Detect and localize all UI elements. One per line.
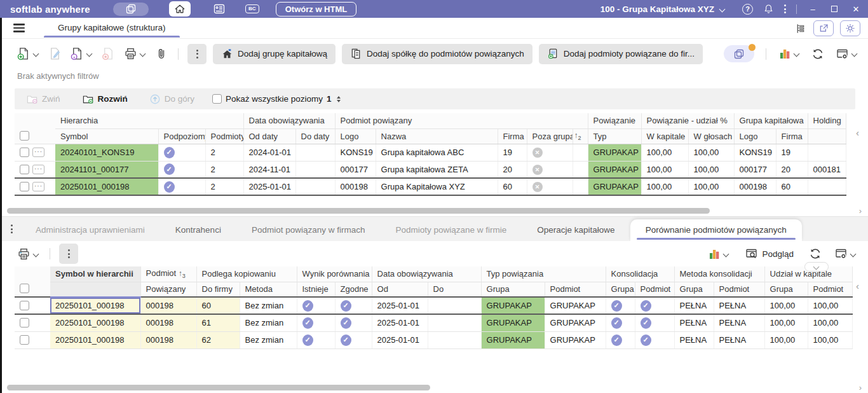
- levels-stepper[interactable]: [337, 96, 341, 102]
- row-checkbox[interactable]: [20, 318, 29, 328]
- table-row-selected[interactable]: 20250101_000198 000198 60 Bez zmian 2025…: [15, 297, 852, 314]
- scroll-right-icon[interactable]: ›: [859, 383, 862, 392]
- col-group-powiazanie[interactable]: Powiązanie: [588, 113, 641, 128]
- views-button[interactable]: [724, 45, 754, 62]
- col-gk-firma[interactable]: Firma: [776, 128, 808, 144]
- refresh-button[interactable]: [808, 246, 823, 261]
- attachments-button[interactable]: [154, 46, 169, 62]
- collapse-button[interactable]: Zwiń: [22, 93, 64, 105]
- help-button[interactable]: [742, 4, 753, 15]
- col-od[interactable]: Od: [372, 282, 428, 297]
- topbar-menu-button[interactable]: [784, 4, 786, 13]
- col-symbol-sub[interactable]: [50, 282, 140, 297]
- tab-porownanie-podmiotow[interactable]: Porównanie podmiotów powiązanych: [630, 219, 802, 241]
- chart-button[interactable]: [707, 247, 731, 261]
- window-close-button[interactable]: [850, 4, 862, 14]
- add-related-entities-button[interactable]: Dodaj podmioty powiązane do fir...: [539, 44, 703, 64]
- chart-button[interactable]: [778, 46, 801, 61]
- col-symbol[interactable]: Symbol: [55, 128, 158, 144]
- tab-podmioty-powiazane-w-firmie[interactable]: Podmioty powiązane w firmie: [380, 219, 522, 241]
- edit-record-button[interactable]: [47, 46, 63, 62]
- open-in-html-button[interactable]: Otwórz w HTML: [276, 2, 357, 17]
- add-company-button[interactable]: Dodaj spółkę do podmiotów powiązanych: [342, 44, 532, 64]
- table-row[interactable]: 20250101_000198 000198 62 Bez zmian 2025…: [15, 331, 852, 348]
- pane-collapse-left-icon[interactable]: ‹: [856, 127, 859, 138]
- col-group-holding[interactable]: Holding: [808, 113, 846, 128]
- table-row[interactable]: 20241101_000177 2 2024-11-01 000177 Grup…: [15, 161, 846, 178]
- col-udz-grupa[interactable]: Grupa: [764, 282, 808, 297]
- col-typ-grupa[interactable]: Grupa: [481, 282, 545, 297]
- share-button[interactable]: [813, 20, 834, 36]
- col-istnieje[interactable]: Istnieje: [297, 282, 335, 297]
- bc-button[interactable]: BC: [243, 1, 262, 17]
- select-all-checkbox[interactable]: [20, 131, 29, 141]
- theme-button[interactable]: [840, 20, 860, 36]
- scroll-right-icon[interactable]: ›: [859, 207, 862, 215]
- refresh-button[interactable]: [810, 46, 825, 62]
- preview-button[interactable]: Podgląd: [741, 247, 797, 261]
- show-all-levels-checkbox[interactable]: [212, 94, 222, 104]
- col-group-podmiot[interactable]: Podmiot 3: [140, 266, 196, 282]
- record-info-button[interactable]: [69, 46, 94, 62]
- pane-collapse-left-icon[interactable]: ‹: [856, 280, 859, 291]
- app-switcher-button[interactable]: [113, 3, 149, 16]
- col-logo[interactable]: Logo: [335, 128, 376, 144]
- row-actions-button[interactable]: [32, 165, 44, 174]
- detail-more-button[interactable]: [59, 244, 78, 264]
- row-checkbox[interactable]: [20, 335, 29, 345]
- table-row-selected[interactable]: 20250101_000198 2 2025-01-01 000198 Grup…: [15, 178, 846, 195]
- col-group-wynik-porownania[interactable]: Wynik porównania: [297, 266, 372, 282]
- col-do-daty[interactable]: Do daty: [295, 128, 335, 144]
- col-udz-podmiot[interactable]: Podmiot: [808, 282, 852, 297]
- grid-settings-button[interactable]: [833, 246, 858, 261]
- col-do[interactable]: Do: [428, 282, 481, 297]
- col-zgodne[interactable]: Zgodne: [335, 282, 372, 297]
- col-met-grupa[interactable]: Grupa: [674, 282, 714, 297]
- col-group-data-obowiazywania[interactable]: Data obowiązywania: [243, 113, 335, 128]
- col-w-glosach[interactable]: W głosach: [688, 128, 734, 144]
- row-actions-button[interactable]: [32, 148, 44, 157]
- col-group-powiazanie-udzial[interactable]: Powiązanie - udział %: [641, 113, 734, 128]
- tab-grupy-kapitalowe[interactable]: Grupy kapitałowe (struktura): [41, 19, 182, 38]
- row-checkbox[interactable]: [20, 182, 29, 191]
- col-do-firmy[interactable]: Do firmy: [196, 282, 240, 297]
- home-button[interactable]: [169, 1, 191, 17]
- row-actions-button[interactable]: [32, 182, 44, 191]
- col-gk-logo[interactable]: Logo: [734, 128, 776, 144]
- pin-panel-button[interactable]: [794, 22, 807, 34]
- detail-tabs-menu-button[interactable]: [11, 224, 13, 233]
- col-firma[interactable]: Firma: [498, 128, 527, 144]
- row-checkbox[interactable]: [20, 301, 29, 310]
- print-button[interactable]: [16, 246, 41, 262]
- table-row[interactable]: 20240101_KONS19 2 2024-01-01 KONS19 Grup…: [15, 144, 846, 161]
- new-record-button[interactable]: [16, 46, 41, 62]
- col-od-daty[interactable]: Od daty: [243, 128, 295, 144]
- row-checkbox[interactable]: [20, 165, 29, 174]
- col-group-podlega-kopiowaniu[interactable]: Podlega kopiowaniu: [196, 266, 297, 282]
- col-nazwa[interactable]: Nazwa: [376, 128, 498, 144]
- col-group-data-obowiazywania[interactable]: Data obowiązywania: [372, 266, 481, 282]
- go-to-top-button[interactable]: Do góry: [146, 93, 198, 106]
- col-typ-podmiot[interactable]: Podmiot: [545, 282, 606, 297]
- col-group-typ-powiazania[interactable]: Typ powiązania: [481, 266, 606, 282]
- col-group-podmiot-powiazany[interactable]: Podmiot powiązany: [335, 113, 588, 128]
- tab-operacje-kapitalowe[interactable]: Operacje kapitałowe: [522, 219, 630, 241]
- table-row[interactable]: 20250101_000198 000198 61 Bez zmian 2025…: [15, 314, 852, 331]
- col-group-grupa-kapitalowa[interactable]: Grupa kapitałowa: [734, 113, 808, 128]
- hamburger-menu-button[interactable]: [13, 24, 25, 32]
- col-group-konsolidacja[interactable]: Konsolidacja: [606, 266, 674, 282]
- col-powiazany[interactable]: Powiązany: [140, 282, 196, 297]
- col-kons-podmiot[interactable]: Podmiot: [635, 282, 674, 297]
- levels-value[interactable]: 1: [327, 94, 332, 104]
- window-minimize-button[interactable]: [807, 4, 818, 14]
- col-group-hierarchia[interactable]: Hierarchia: [55, 113, 243, 128]
- add-capital-group-button[interactable]: Dodaj grupę kapitałową: [213, 44, 336, 64]
- toolbar-more-button[interactable]: [187, 44, 207, 64]
- col-w-kapitale[interactable]: W kapitale: [641, 128, 688, 144]
- notifications-button[interactable]: [763, 3, 774, 15]
- tab-kontrahenci[interactable]: Kontrahenci: [160, 219, 236, 241]
- col-symbol-w-hierarchii[interactable]: Symbol w hierarchii: [50, 266, 140, 282]
- tab-podmiot-powiazany-w-firmach[interactable]: Podmiot powiązany w firmach: [236, 219, 381, 241]
- col-metoda[interactable]: Metoda: [240, 282, 297, 297]
- col-typ[interactable]: Typ: [588, 128, 641, 144]
